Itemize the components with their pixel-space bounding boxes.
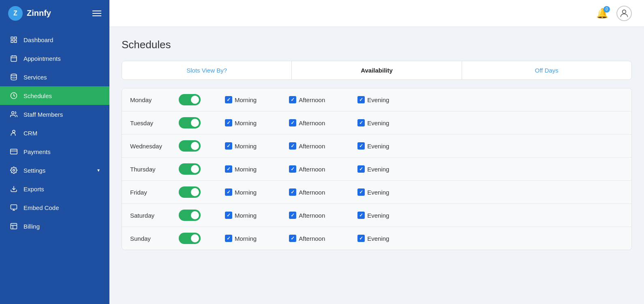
sidebar-item-schedules[interactable]: Schedules: [0, 86, 109, 105]
sidebar-item-appointments-label: Appointments: [24, 55, 61, 62]
monday-evening: Evening: [357, 96, 389, 103]
monday-periods: Morning Afternoon Evening: [225, 96, 623, 103]
svg-rect-19: [11, 223, 17, 229]
tuesday-morning-checkbox[interactable]: [225, 119, 232, 126]
tabs-container: Slots View By? Availability Off Days: [122, 61, 632, 80]
clock-icon: [10, 92, 18, 100]
svg-point-8: [11, 74, 17, 76]
day-monday: Monday: [130, 96, 179, 103]
tuesday-afternoon: Afternoon: [289, 119, 325, 126]
sidebar-item-payments[interactable]: Payments: [0, 142, 109, 161]
monday-afternoon-checkbox[interactable]: [289, 96, 296, 103]
saturday-toggle[interactable]: [179, 210, 201, 221]
friday-periods: Morning Afternoon Evening: [225, 188, 623, 196]
table-row: Thursday Morning Afternoon Evening: [122, 158, 631, 181]
sidebar-item-services[interactable]: Services: [0, 68, 109, 86]
friday-morning-checkbox[interactable]: [225, 188, 232, 196]
friday-afternoon-checkbox[interactable]: [289, 188, 296, 196]
sidebar-item-billing-label: Billing: [24, 223, 40, 230]
sunday-periods: Morning Afternoon Evening: [225, 235, 623, 242]
sidebar-item-exports[interactable]: Exports: [0, 180, 109, 198]
tuesday-toggle[interactable]: [179, 117, 201, 128]
day-sunday: Sunday: [130, 235, 179, 242]
day-wednesday: Wednesday: [130, 143, 179, 150]
wednesday-afternoon: Afternoon: [289, 142, 325, 150]
wednesday-afternoon-checkbox[interactable]: [289, 142, 296, 150]
sidebar-item-settings-label: Settings: [24, 167, 45, 174]
tab-availability[interactable]: Availability: [291, 61, 462, 79]
table-row: Tuesday Morning Afternoon Evening: [122, 111, 631, 135]
chevron-down-icon: ▾: [97, 167, 100, 173]
sunday-morning-checkbox[interactable]: [225, 235, 232, 242]
day-tuesday: Tuesday: [130, 120, 179, 126]
logo-icon: Z: [8, 6, 23, 21]
sidebar-item-schedules-label: Schedules: [24, 92, 52, 99]
tuesday-afternoon-checkbox[interactable]: [289, 119, 296, 126]
tab-off-days[interactable]: Off Days: [462, 61, 631, 79]
monday-toggle[interactable]: [179, 94, 201, 105]
billing-icon: [10, 222, 18, 230]
table-row: Friday Morning Afternoon Evening: [122, 181, 631, 204]
sidebar-item-billing[interactable]: Billing: [0, 217, 109, 235]
notification-badge: 0: [603, 6, 610, 13]
thursday-afternoon-checkbox[interactable]: [289, 165, 296, 173]
user-avatar[interactable]: [616, 6, 632, 21]
thursday-evening-checkbox[interactable]: [357, 165, 365, 173]
friday-afternoon: Afternoon: [289, 188, 325, 196]
monday-evening-checkbox[interactable]: [357, 96, 365, 103]
thursday-toggle[interactable]: [179, 163, 201, 175]
wednesday-toggle[interactable]: [179, 140, 201, 152]
svg-rect-0: [11, 37, 13, 39]
thursday-morning: Morning: [225, 165, 257, 173]
tuesday-morning: Morning: [225, 119, 257, 126]
sunday-morning: Morning: [225, 235, 257, 242]
table-row: Sunday Morning Afternoon Evening: [122, 227, 631, 250]
sidebar-item-dashboard[interactable]: Dashboard: [0, 30, 109, 49]
table-row: Wednesday Morning Afternoon Evening: [122, 135, 631, 158]
sidebar-nav: Dashboard Appointments Services Schedule…: [0, 26, 109, 235]
friday-toggle[interactable]: [179, 186, 201, 198]
monday-afternoon: Afternoon: [289, 96, 325, 103]
sunday-afternoon: Afternoon: [289, 235, 325, 242]
sidebar-item-settings[interactable]: Settings ▾: [0, 161, 109, 180]
page-title: Schedules: [122, 39, 632, 51]
evening-label: Evening: [367, 96, 389, 103]
saturday-afternoon-checkbox[interactable]: [289, 212, 296, 219]
sidebar-item-embed-code[interactable]: Embed Code: [0, 198, 109, 217]
saturday-morning-checkbox[interactable]: [225, 212, 232, 219]
tab-slots-view[interactable]: Slots View By?: [122, 61, 291, 79]
saturday-morning: Morning: [225, 212, 257, 219]
sidebar-item-services-label: Services: [24, 74, 47, 81]
sidebar-item-crm-label: CRM: [24, 130, 37, 137]
sidebar-item-dashboard-label: Dashboard: [24, 36, 53, 43]
sunday-evening-checkbox[interactable]: [357, 235, 365, 242]
hamburger-menu[interactable]: [92, 11, 101, 16]
thursday-morning-checkbox[interactable]: [225, 165, 232, 173]
sidebar-item-staff-members[interactable]: Staff Members: [0, 105, 109, 124]
thursday-evening: Evening: [357, 165, 389, 173]
wednesday-morning-checkbox[interactable]: [225, 142, 232, 150]
embed-icon: [10, 203, 18, 212]
notification-bell[interactable]: 🔔 0: [596, 8, 608, 19]
sidebar-item-staff-label: Staff Members: [24, 111, 63, 118]
wednesday-evening-checkbox[interactable]: [357, 142, 365, 150]
sidebar-item-crm[interactable]: CRM: [0, 124, 109, 142]
svg-point-14: [13, 169, 15, 171]
monday-morning-checkbox[interactable]: [225, 96, 232, 103]
sidebar-item-appointments[interactable]: Appointments: [0, 49, 109, 68]
content-area: Schedules Slots View By? Availability Of…: [109, 26, 644, 304]
sunday-toggle[interactable]: [179, 233, 201, 244]
gear-icon: [10, 166, 18, 174]
sunday-afternoon-checkbox[interactable]: [289, 235, 296, 242]
tuesday-evening-checkbox[interactable]: [357, 119, 365, 126]
svg-rect-1: [15, 37, 17, 39]
svg-rect-2: [11, 41, 13, 43]
afternoon-label: Afternoon: [299, 96, 325, 103]
friday-evening-checkbox[interactable]: [357, 188, 365, 196]
svg-rect-4: [11, 56, 17, 62]
svg-point-22: [623, 10, 626, 13]
saturday-evening-checkbox[interactable]: [357, 212, 365, 219]
svg-rect-12: [11, 149, 17, 154]
schedule-container: Monday Morning Afternoon Evening: [122, 88, 632, 250]
day-thursday: Thursday: [130, 166, 179, 173]
